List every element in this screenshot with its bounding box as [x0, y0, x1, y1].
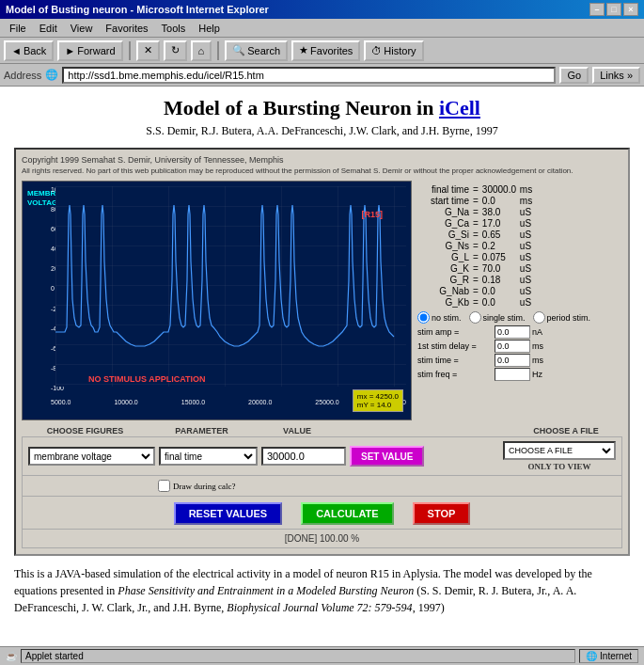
description: This is a JAVA-based simulation of the e… — [14, 565, 630, 616]
menu-view[interactable]: View — [65, 22, 99, 35]
maximize-button[interactable]: □ — [606, 3, 621, 16]
param-row-gkb: G_Kb = 0.0 uS — [417, 297, 617, 308]
menu-favorites[interactable]: Favorites — [100, 22, 153, 35]
stim-delay-unit: ms — [532, 341, 543, 351]
stim-radio-group: no stim. single stim. period stim. — [417, 311, 617, 324]
desc-italic2: Biophysical Journal Volume 72: 579-594 — [227, 601, 412, 614]
calculate-button[interactable]: CALCULATE — [301, 502, 393, 525]
title-prefix: Model of a Bursting Neuron in — [164, 96, 439, 119]
stim-delay-label: 1st stim delay = — [417, 341, 493, 351]
choose-figures-label: CHOOSE FIGURES — [22, 423, 149, 436]
stim-amp-label: stim amp = — [417, 327, 493, 337]
stim-delay-input[interactable] — [495, 340, 530, 353]
stop-button[interactable]: STOP — [413, 502, 471, 525]
address-bar: Address 🌐 Go Links » — [0, 64, 644, 87]
stim-freq-input[interactable] — [495, 368, 530, 381]
graph-svg — [55, 186, 406, 387]
draw-checkbox-label: Draw during calc? — [173, 482, 235, 491]
no-stim-text: NO STIMULUS APPLICATION — [88, 374, 206, 384]
cursor-box: mx = 4250.0 mY = 14.0 — [353, 389, 403, 412]
choose-file-dropdown[interactable]: CHOOSE A FILE — [503, 441, 616, 460]
address-icon: 🌐 — [45, 69, 58, 81]
param-row-gnab: G_Nab = 0.0 uS — [417, 286, 617, 296]
window-controls[interactable]: – □ × — [589, 3, 638, 16]
go-button[interactable]: Go — [559, 67, 589, 84]
param-row-gk: G_K = 70.0 uS — [417, 263, 617, 274]
parameter-dropdown[interactable]: final time — [159, 447, 258, 466]
radio-period-stim[interactable]: period stim. — [533, 311, 591, 324]
minimize-button[interactable]: – — [589, 3, 605, 16]
page-title: Model of a Bursting Neuron in iCell — [14, 96, 630, 120]
home-button[interactable]: ⌂ — [191, 40, 212, 61]
stop-button[interactable]: ✕ — [136, 40, 160, 61]
favorites-button[interactable]: ★ Favorites — [291, 40, 360, 61]
radio-single-stim[interactable]: single stim. — [469, 311, 526, 324]
links-button[interactable]: Links » — [592, 67, 640, 84]
buttons-row: RESET VALUES CALCULATE STOP — [22, 497, 622, 530]
applet-icon: ☕ — [6, 651, 17, 661]
set-value-button[interactable]: SET VALUE — [350, 446, 424, 467]
stim-time-input[interactable] — [495, 354, 530, 367]
history-button[interactable]: ⏱ History — [364, 40, 423, 61]
param-row-gl: G_L = 0.075 uS — [417, 252, 617, 262]
param-name-starttime: start time — [417, 196, 469, 206]
stim-amp-input[interactable] — [495, 325, 530, 339]
param-val-starttime: 0.0 — [482, 196, 518, 206]
copyright-line2: All rights reserved. No part of this web… — [22, 166, 622, 175]
applet-area: Copyright 1999 Semahat S. Demir, Univers… — [14, 148, 630, 556]
controls-row1: membrane voltage final time SET VALUE CH… — [22, 436, 622, 476]
param-val-gkb: 0.0 — [482, 297, 518, 308]
back-button[interactable]: ◄ Back — [4, 40, 54, 61]
value-input[interactable] — [261, 447, 346, 466]
forward-button[interactable]: ► Forward — [57, 40, 122, 61]
menu-help[interactable]: Help — [193, 22, 226, 35]
choose-file-section: CHOOSE A FILE ONLY TO VIEW — [503, 441, 616, 471]
menu-bar: File Edit View Favorites Tools Help — [0, 19, 644, 38]
param-name-gsi: G_Si — [417, 230, 469, 240]
address-label: Address — [4, 70, 41, 81]
toolbar-sep1 — [129, 41, 131, 60]
value-label: VALUE — [255, 423, 339, 436]
figures-dropdown[interactable]: membrane voltage — [28, 447, 155, 466]
close-button[interactable]: × — [623, 3, 638, 16]
controls-row2: Draw during calc? — [22, 476, 622, 497]
param-name-finaltime: final time — [417, 184, 469, 195]
param-name-gnab: G_Nab — [417, 286, 469, 296]
main-content: Model of a Bursting Neuron in iCell S.S.… — [0, 87, 644, 657]
applet-status: Applet started — [21, 649, 575, 663]
param-row-gca: G_Ca = 17.0 uS — [417, 218, 617, 229]
stim-amp-unit: nA — [532, 327, 542, 337]
stim-time-label: stim time = — [417, 356, 493, 365]
stim-freq-unit: Hz — [532, 370, 542, 379]
param-name-gna: G_Na — [417, 207, 469, 217]
address-input[interactable] — [62, 67, 556, 84]
internet-status: 🌐 Internet — [579, 649, 638, 663]
search-button[interactable]: 🔍 Search — [225, 40, 288, 61]
param-val-gsi: 0.65 — [482, 230, 518, 240]
param-val-gl: 0.075 — [482, 252, 518, 262]
refresh-button[interactable]: ↻ — [164, 40, 187, 61]
params-panel: final time = 30000.0 ms start time = 0.0… — [412, 181, 622, 420]
desc-italic1: Phase Sensitivity and Entrainment in a M… — [118, 584, 414, 597]
param-row-starttime: start time = 0.0 ms — [417, 196, 617, 206]
menu-tools[interactable]: Tools — [156, 22, 192, 35]
param-val-gns: 0.2 — [482, 241, 518, 251]
param-val-gk: 70.0 — [482, 263, 518, 274]
param-name-gr: G_R — [417, 275, 469, 285]
radio-no-stim[interactable]: no stim. — [417, 311, 462, 324]
stim-row-delay: 1st stim delay = ms — [417, 340, 617, 353]
draw-checkbox[interactable] — [158, 480, 170, 492]
param-row-finaltime: final time = 30000.0 ms — [417, 184, 617, 195]
icell-link[interactable]: iCell — [439, 96, 480, 119]
window-title: Model of Busting neuron - Microsoft Inte… — [6, 4, 269, 15]
menu-edit[interactable]: Edit — [34, 22, 63, 35]
reset-values-button[interactable]: RESET VALUES — [174, 502, 283, 525]
stim-freq-label: stim freq = — [417, 370, 493, 379]
copyright-line1: Copyright 1999 Semahat S. Demir, Univers… — [22, 155, 622, 165]
choose-file-label: CHOOSE A FILE — [510, 423, 622, 436]
title-bar: Model of Busting neuron - Microsoft Inte… — [0, 0, 644, 19]
param-row-gr: G_R = 0.18 uS — [417, 275, 617, 285]
menu-file[interactable]: File — [4, 22, 32, 35]
draw-checkbox-row: Draw during calc? — [158, 480, 235, 492]
only-to-view-label: ONLY TO VIEW — [528, 462, 591, 471]
